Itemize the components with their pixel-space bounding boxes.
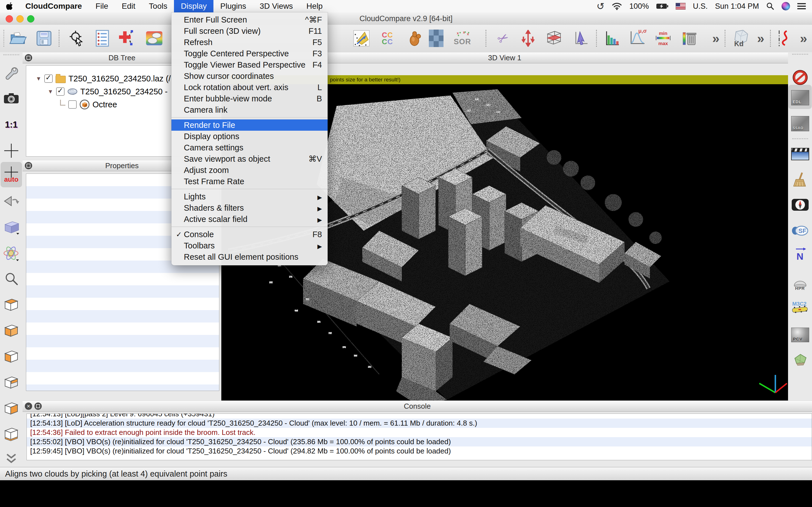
tree-row-label[interactable]: T250_316250_234250.laz (/ xyxy=(68,74,171,83)
cross-section-button[interactable] xyxy=(545,29,564,48)
scissors-segment-button[interactable]: ✂ xyxy=(493,29,513,48)
right-view-button[interactable] xyxy=(1,400,21,418)
menu-item-reset-gui[interactable]: Reset all GUI element positions xyxy=(171,251,327,263)
iso-view-button[interactable] xyxy=(1,218,21,236)
left-toolbar-drag-handle[interactable] xyxy=(3,54,19,55)
translate-rotate-button[interactable] xyxy=(518,29,538,48)
menu-item-refresh[interactable]: RefreshF5 xyxy=(171,37,327,48)
tree-row-cloud[interactable]: ▼ T250_316250_234250 - xyxy=(48,86,167,97)
visibility-checkbox[interactable] xyxy=(56,87,64,96)
kd-tree-button[interactable]: Kd xyxy=(731,29,750,48)
menu-item-bubble-view[interactable]: Enter bubble-view modeB xyxy=(171,93,327,104)
close-console-button[interactable]: ✕ xyxy=(25,402,32,410)
close-window-button[interactable] xyxy=(6,15,13,22)
visibility-checkbox[interactable] xyxy=(44,74,53,83)
orbit-button[interactable] xyxy=(1,244,21,262)
toolbar-overflow-button[interactable]: » xyxy=(794,29,812,48)
menu-item-camera-link[interactable]: Camera link xyxy=(171,104,327,115)
point-list-picking-button[interactable] xyxy=(572,29,591,48)
spotlight-icon[interactable] xyxy=(766,2,774,10)
minimize-window-button[interactable] xyxy=(16,15,24,22)
screenshot-button[interactable] xyxy=(1,89,21,107)
pcv-plugin-button[interactable]: PCV xyxy=(790,326,810,344)
left-view-button[interactable] xyxy=(1,348,21,366)
window-title-bar[interactable]: CloudCompare v2.9 [64-bit] xyxy=(0,12,812,25)
menubar-app-name[interactable]: CloudCompare xyxy=(18,0,89,12)
glove-segment-button[interactable] xyxy=(405,29,424,48)
ssao-shader-button[interactable]: SSAO xyxy=(790,115,810,133)
toolbar-overflow-button[interactable]: » xyxy=(706,29,725,48)
float-panel-button[interactable] xyxy=(25,54,32,61)
point-picking-button[interactable] xyxy=(67,29,86,48)
delete-scalar-field-button[interactable] xyxy=(680,29,699,48)
menu-bar-clock[interactable]: Sun 1:04 PM xyxy=(715,2,759,11)
open-file-button[interactable] xyxy=(8,29,28,48)
top-view-button[interactable] xyxy=(1,296,21,314)
clone-button[interactable] xyxy=(145,29,164,48)
broom-plugin-button[interactable] xyxy=(790,171,810,189)
sf-tool-button[interactable]: SF xyxy=(790,222,810,240)
menubar-item-help[interactable]: Help xyxy=(300,0,329,12)
menu-item-display-options[interactable]: Display options xyxy=(171,131,327,142)
gaussian-stats-button[interactable]: μ,σ xyxy=(627,29,647,48)
hpr-plugin-button[interactable]: HPR xyxy=(790,275,810,293)
sor-filter-button[interactable]: xxx SOR xyxy=(453,29,472,48)
zoom-1-1-button[interactable]: 1:1 xyxy=(1,116,21,134)
menu-item-adjust-zoom[interactable]: Adjust zoom xyxy=(171,165,327,176)
subsample-button[interactable] xyxy=(426,29,446,48)
menu-item-full-screen-3d[interactable]: Full screen (3D view)F11 xyxy=(171,25,327,37)
save-file-button[interactable] xyxy=(35,29,54,48)
input-source-label[interactable]: U.S. xyxy=(693,2,708,11)
expand-arrow-icon[interactable]: ▼ xyxy=(48,89,53,95)
menu-item-toggle-centered-perspective[interactable]: Toggle Centered PerspectiveF3 xyxy=(171,48,327,59)
menu-item-lock-rotation[interactable]: Lock rotation about vert. axisL xyxy=(171,82,327,93)
toolbar-drag-handle[interactable] xyxy=(3,30,4,47)
menu-item-shaders-filters[interactable]: Shaders & filters xyxy=(171,202,327,214)
compass-plugin-button[interactable] xyxy=(790,196,810,214)
apple-menu[interactable] xyxy=(0,2,18,10)
histogram-button[interactable] xyxy=(602,29,621,48)
m3c2-plugin-button[interactable]: M3C2 xyxy=(790,299,810,317)
facets-plugin-button[interactable] xyxy=(790,350,810,368)
zoom-magnifier-button[interactable] xyxy=(1,270,21,288)
edl-shader-button[interactable]: EDL xyxy=(790,89,810,107)
animation-plugin-button[interactable] xyxy=(790,145,810,163)
menu-item-show-cursor-coordinates[interactable]: Show cursor coordinates xyxy=(171,70,327,82)
wifi-icon[interactable] xyxy=(612,2,622,10)
cloud-cloud-distance-button[interactable]: CC CC xyxy=(378,29,397,48)
properties-list-button[interactable] xyxy=(93,29,112,48)
expand-arrow-icon[interactable]: ▼ xyxy=(36,75,42,82)
toolbar-overflow-button[interactable]: » xyxy=(751,29,770,48)
menu-item-render-to-file[interactable]: Render to File xyxy=(171,119,327,131)
back-view-button[interactable] xyxy=(1,374,21,392)
auto-pick-rotation-center-button[interactable]: auto xyxy=(1,166,21,184)
right-toolbar-drag-handle[interactable] xyxy=(792,54,808,55)
tree-row-label[interactable]: T250_316250_234250 - xyxy=(80,87,168,96)
siri-icon[interactable] xyxy=(781,2,790,10)
more-tools-chevrons-button[interactable] xyxy=(1,450,21,468)
tree-row-label[interactable]: Octree xyxy=(93,100,117,109)
config-wrench-button[interactable] xyxy=(1,63,21,81)
menu-item-camera-settings[interactable]: Camera settings xyxy=(171,142,327,153)
menu-item-lights[interactable]: Lights xyxy=(171,191,327,202)
menu-item-toolbars[interactable]: Toolbars xyxy=(171,240,327,251)
disable-filter-button[interactable] xyxy=(790,68,810,87)
menu-item-save-viewport[interactable]: Save viewport as object⌘V xyxy=(171,153,327,165)
menu-item-enter-full-screen[interactable]: Enter Full Screen^⌘F xyxy=(171,14,327,25)
tree-row-octree[interactable]: Octree xyxy=(60,99,117,110)
menubar-item-3d-views[interactable]: 3D Views xyxy=(253,0,300,12)
point-pair-align-button[interactable] xyxy=(116,29,136,48)
battery-icon[interactable] xyxy=(656,3,668,10)
console-header[interactable]: Console ✕ xyxy=(22,400,812,412)
menubar-item-file[interactable]: File xyxy=(89,0,115,12)
pick-rotation-center-button[interactable] xyxy=(1,142,21,160)
normals-plugin-button[interactable]: N xyxy=(790,245,810,263)
notification-center-icon[interactable] xyxy=(797,3,806,10)
trace-polyline-button[interactable] xyxy=(774,29,793,48)
front-view-button[interactable] xyxy=(1,322,21,340)
visibility-checkbox[interactable] xyxy=(68,100,77,109)
menu-item-toggle-viewer-perspective[interactable]: Toggle Viewer Based PerspectiveF4 xyxy=(171,59,327,70)
menubar-item-plugins[interactable]: Plugins xyxy=(213,0,253,12)
menubar-item-tools[interactable]: Tools xyxy=(142,0,174,12)
menubar-item-edit[interactable]: Edit xyxy=(115,0,142,12)
